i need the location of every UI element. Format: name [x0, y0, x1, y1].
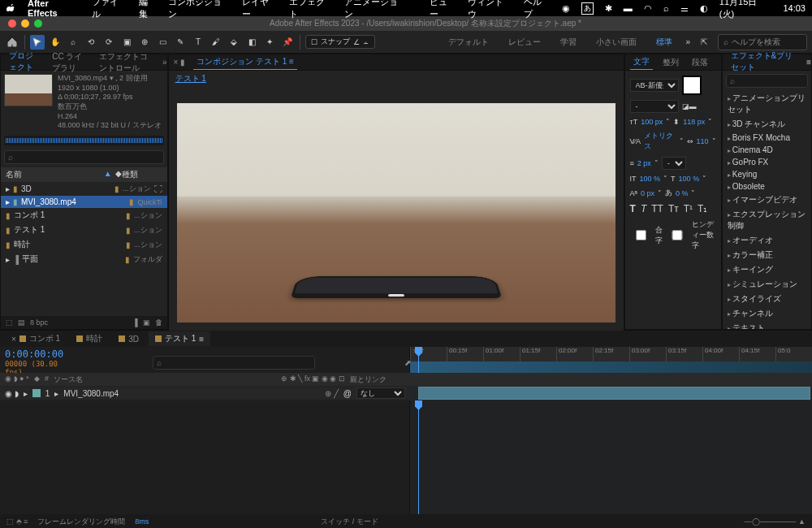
timeline-tab[interactable]: テスト 1 ≡ — [149, 331, 210, 346]
effect-category[interactable]: Keying — [723, 168, 811, 180]
time-ruler[interactable]: :00f00:15f01:00f01:15f02:00f02:15f03:00f… — [410, 347, 812, 361]
tab-align[interactable]: 整列 — [659, 55, 682, 70]
effect-category[interactable]: オーディオ — [723, 233, 811, 248]
viewer-canvas[interactable] — [169, 87, 624, 339]
selection-tool-icon[interactable] — [30, 35, 45, 50]
tsume[interactable]: 0 % — [676, 189, 689, 197]
trash-icon[interactable]: 🗑 — [155, 318, 162, 327]
project-item[interactable]: ▸ ▮3D▮...ション⛶ — [1, 182, 167, 196]
rec-icon[interactable]: ◉ — [562, 3, 570, 14]
playhead[interactable] — [418, 347, 419, 373]
timeline-tab[interactable]: × コンポ 1 — [5, 331, 67, 346]
effect-category[interactable]: GoPro FX — [723, 156, 811, 168]
effect-category[interactable]: チャンネル — [723, 306, 811, 321]
visibility-icon[interactable]: ◉ ◗ — [5, 389, 19, 398]
effect-category[interactable]: エクスプレッション制御 — [723, 207, 811, 233]
ime-icon[interactable]: あ — [581, 2, 594, 15]
layer-name[interactable]: MVI_3080.mp4 — [63, 389, 320, 398]
brush-tool-icon[interactable]: 🖌 — [209, 35, 223, 50]
vscale[interactable]: 100 % — [640, 175, 661, 183]
control-center-icon[interactable]: ⚌ — [680, 3, 689, 14]
parent-select[interactable]: なし — [356, 387, 405, 399]
eraser-tool-icon[interactable]: ◧ — [244, 35, 259, 50]
app-name[interactable]: After Effects — [28, 0, 80, 18]
av-toggle-icon[interactable]: ◉ ◗ ● ᵃ — [5, 374, 29, 385]
minimize-button[interactable] — [21, 19, 29, 28]
stroke-width[interactable]: 2 px — [637, 159, 651, 167]
type-tool-icon[interactable]: T — [191, 35, 205, 50]
kerning[interactable]: メトリクス — [644, 131, 676, 152]
bold-btn[interactable]: T — [630, 203, 636, 214]
clone-tool-icon[interactable]: ⬙ — [227, 35, 241, 50]
stroke-type[interactable]: - — [662, 157, 686, 170]
search-icon[interactable]: ⌕ — [663, 3, 669, 13]
effect-category[interactable]: スタイライズ — [723, 292, 811, 306]
zoom-tool-icon[interactable]: ⌕ — [66, 35, 80, 50]
timeline-tab[interactable]: 3D — [112, 333, 145, 345]
col-source[interactable]: ソース名 — [54, 374, 277, 385]
pan-behind-tool-icon[interactable]: ⊕ — [137, 35, 152, 50]
color-swatch[interactable] — [682, 76, 702, 95]
workspace-more-icon[interactable]: » — [685, 37, 690, 46]
bpc-label[interactable]: 8 bpc — [30, 318, 48, 327]
leading[interactable]: 118 px — [683, 118, 705, 126]
ws-standard[interactable]: 標準 — [650, 37, 679, 48]
layer-row[interactable]: ◉ ◗ ▸ 1 ▸ MVI_3080.mp4 ⊕ ╱ @ なし — [0, 386, 812, 400]
effect-category[interactable]: キーイング — [723, 262, 811, 277]
caps-btn[interactable]: TT — [651, 203, 663, 214]
apple-icon[interactable] — [6, 2, 16, 14]
share-icon[interactable]: ⇱ — [697, 35, 711, 50]
layer-label-color[interactable] — [32, 389, 41, 397]
effect-category[interactable]: テキスト — [723, 321, 811, 329]
font-select[interactable]: AB-新優美ペン字... — [630, 79, 679, 92]
baseline[interactable]: 0 px — [641, 189, 654, 197]
tab-character[interactable]: 文字 — [630, 54, 653, 70]
effect-category[interactable]: カラー補正 — [723, 248, 811, 262]
switches-icons[interactable]: ⊕ ✱ ╲ fx ▣ ◉ ◉ ⊡ — [281, 374, 345, 385]
project-item[interactable]: ▸▮MVI_3080.mp4▮QuickTi — [1, 196, 167, 208]
font-size[interactable]: 100 px — [641, 118, 663, 126]
effect-category[interactable]: 3D チャンネル — [723, 117, 811, 132]
panel-menu-icon[interactable]: » — [162, 58, 167, 67]
timeline-search[interactable] — [153, 356, 315, 370]
pen-tool-icon[interactable]: ✎ — [173, 35, 188, 50]
layer-clip[interactable] — [418, 387, 810, 400]
home-icon[interactable] — [5, 35, 19, 50]
menubar-time[interactable]: 14:03 — [783, 3, 806, 13]
col-parent[interactable]: 親とリンク — [350, 374, 415, 385]
italic-btn[interactable]: T — [641, 203, 646, 214]
ws-default[interactable]: デフォルト — [442, 37, 495, 48]
smallcaps-btn[interactable]: Tт — [668, 203, 679, 214]
project-item[interactable]: ▸ ▐平面▮フォルダ — [1, 252, 167, 266]
effect-category[interactable]: Cinema 4D — [723, 144, 811, 156]
new-folder-icon[interactable]: ▐ — [132, 318, 137, 327]
help-search[interactable]: ⌕ ヘルプを検索 — [718, 34, 807, 50]
project-item[interactable]: ▮コンポ 1▮...ション — [1, 208, 167, 223]
siri-icon[interactable]: ◐ — [700, 3, 708, 14]
close-button[interactable] — [8, 19, 16, 28]
hscale[interactable]: 100 % — [679, 175, 700, 183]
timeline-tab[interactable]: 時計 — [70, 331, 109, 346]
snap-toggle[interactable]: ☐ スナップ ∠ ⫠ — [305, 35, 375, 49]
tracking[interactable]: 110 — [697, 137, 709, 145]
interpret-icon[interactable]: ⬚ — [6, 318, 13, 327]
maximize-button[interactable] — [34, 19, 42, 28]
ws-learn[interactable]: 学習 — [554, 37, 583, 48]
subscript-btn[interactable]: T₁ — [698, 203, 707, 214]
project-header[interactable]: 名前▲◆ 種類 — [1, 167, 167, 182]
switch-mode-label[interactable]: スイッチ / モード — [321, 517, 378, 527]
bpc-icon[interactable]: ▤ — [18, 318, 25, 327]
effect-category[interactable]: シミュレーション — [723, 277, 811, 292]
work-area-bar[interactable] — [410, 361, 812, 373]
project-item[interactable]: ▮テスト 1▮...ション — [1, 223, 167, 237]
hindi-check[interactable] — [666, 230, 689, 240]
current-timecode[interactable]: 0:00:00:00 — [5, 348, 63, 360]
tab-paragraph[interactable]: 段落 — [689, 55, 711, 70]
wifi-icon[interactable]: ◠ — [644, 3, 652, 14]
ws-small[interactable]: 小さい画面 — [590, 37, 643, 48]
effect-category[interactable]: アニメーションプリセット — [723, 91, 811, 117]
hand-tool-icon[interactable]: ✋ — [48, 35, 63, 50]
effect-category[interactable]: Obsolete — [723, 180, 811, 193]
project-item[interactable]: ▮時計▮...ション — [1, 237, 167, 252]
effects-search[interactable] — [726, 74, 808, 88]
